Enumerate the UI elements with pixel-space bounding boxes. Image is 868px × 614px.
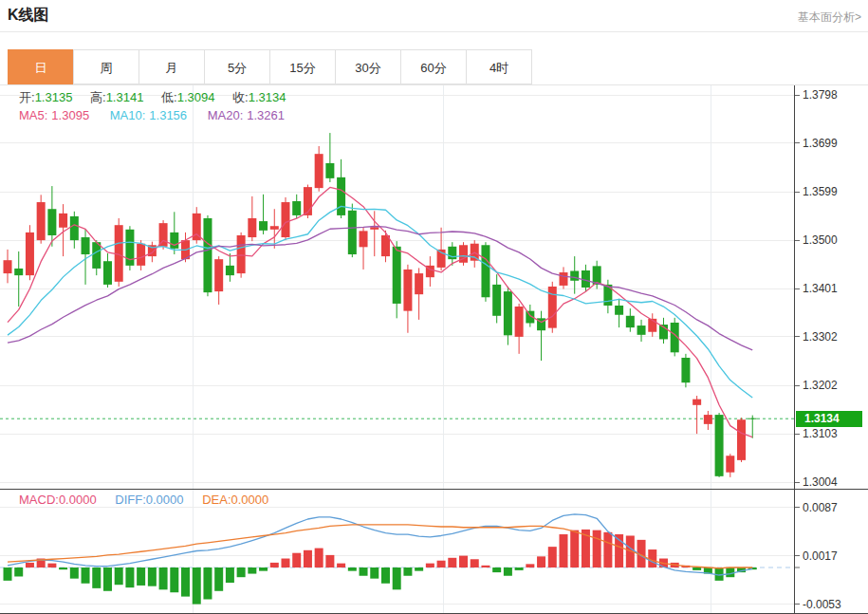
- diff-label: DIFF:: [115, 493, 146, 507]
- macd-axis-label: -0.0053: [803, 598, 841, 611]
- price-axis-label: 1.3004: [803, 475, 838, 489]
- tab-15min[interactable]: 15分: [269, 49, 336, 84]
- kline-widget: K线图 基本面分析> 日 周 月 5分 15分 30分 60分 4时 开:1.3…: [0, 0, 868, 614]
- high-value: 1.3141: [106, 90, 144, 104]
- tab-day[interactable]: 日: [8, 49, 74, 84]
- chart-area: 开:1.3135 高:1.3141 低:1.3094 收:1.3134 MA5:…: [0, 85, 868, 614]
- tab-5min[interactable]: 5分: [204, 49, 270, 84]
- close-value: 1.3134: [249, 90, 286, 104]
- ma-legend: MA5:1.3095 MA10:1.3156 MA20:1.3261: [19, 108, 302, 122]
- page-title: K线图: [8, 6, 49, 26]
- macd-label: MACD:: [19, 493, 59, 507]
- low-value: 1.3094: [177, 90, 215, 104]
- close-label: 收:: [232, 90, 249, 104]
- kline-canvas[interactable]: [0, 85, 868, 614]
- high-label: 高:: [90, 90, 106, 104]
- tab-60min[interactable]: 60分: [400, 49, 467, 84]
- fundamental-analysis-link[interactable]: 基本面分析>: [798, 9, 861, 26]
- open-label: 开:: [19, 90, 35, 104]
- ohlc-legend: 开:1.3135 高:1.3141 低:1.3094 收:1.3134: [19, 89, 300, 106]
- tab-30min[interactable]: 30分: [335, 49, 401, 84]
- price-axis-label: 1.3401: [803, 282, 838, 295]
- price-axis-label: 1.3798: [803, 88, 838, 102]
- tab-week[interactable]: 周: [73, 49, 139, 84]
- macd-axis-label: 0.0017: [803, 549, 838, 563]
- low-label: 低:: [161, 90, 177, 104]
- price-axis-label: 1.3699: [803, 137, 838, 150]
- interval-tabs: 日 周 月 5分 15分 30分 60分 4时: [9, 49, 532, 84]
- ma10-value: 1.3156: [149, 108, 187, 122]
- price-axis-label: 1.3599: [803, 185, 838, 198]
- diff-value: 0.0000: [146, 493, 184, 507]
- tab-month[interactable]: 月: [139, 49, 205, 84]
- dea-value: 0.0000: [231, 493, 269, 507]
- ma20-label: MA20:: [208, 108, 244, 122]
- divider: [0, 31, 868, 32]
- macd-legend: MACD:0.0000 DIFF:0.0000 DEA:0.0000: [19, 493, 284, 507]
- open-value: 1.3135: [35, 90, 73, 104]
- ma5-value: 1.3095: [51, 108, 89, 122]
- macd-value: 0.0000: [59, 493, 97, 507]
- ma20-value: 1.3261: [247, 108, 285, 122]
- price-axis-label: 1.3500: [803, 233, 838, 247]
- dea-label: DEA:: [202, 493, 231, 507]
- price-axis-label: 1.3302: [803, 330, 838, 344]
- ma5-label: MA5:: [19, 108, 47, 122]
- tab-4hour[interactable]: 4时: [466, 49, 532, 84]
- price-axis-label: 1.3202: [803, 379, 838, 392]
- ma10-label: MA10:: [110, 108, 146, 122]
- current-price-badge: 1.3134: [796, 411, 862, 427]
- macd-axis-label: 0.0087: [803, 501, 838, 514]
- price-axis-label: 1.3103: [803, 427, 838, 440]
